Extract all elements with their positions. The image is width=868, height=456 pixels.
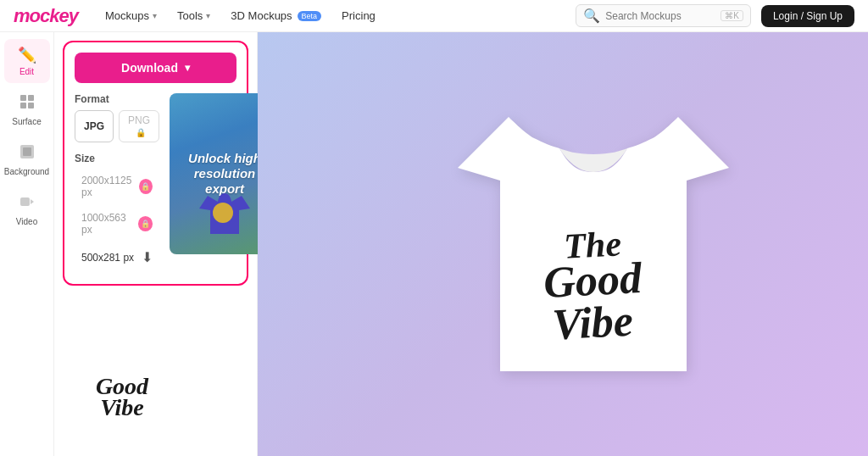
search-icon: 🔍 [583,8,600,24]
background-icon [19,143,36,164]
svg-rect-5 [23,147,31,156]
bottom-thumbnail: Good Vibe [63,354,181,439]
size-row-medium: 1000x563 px 🔒 [75,207,159,241]
lock-circle-medium: 🔒 [138,216,153,231]
svg-text:Vibe: Vibe [551,297,634,349]
nav-3d-mockups[interactable]: 3D Mockups Beta [231,9,321,22]
lock-icon: 🔒 [136,128,146,137]
tshirt-svg: The Good Vibe [415,66,771,422]
sidebar-item-surface[interactable]: Surface [4,86,50,133]
nav-right: 🔍 ⌘K Login / Sign Up [576,4,854,27]
login-button[interactable]: Login / Sign Up [761,5,854,27]
nav-mockups[interactable]: Mockups ▾ [105,9,157,22]
format-png-button[interactable]: PNG 🔒 [119,110,159,142]
download-small-icon[interactable]: ⬇ [142,249,153,265]
edit-icon: ✏️ [18,46,36,64]
size-row-small: 500x281 px ⬇ [75,244,159,270]
search-shortcut: ⌘K [721,10,743,21]
good-vibe-thumbnail-text: Good Vibe [96,375,148,418]
surface-icon [19,93,36,114]
download-card: Download ▾ Format JPG PNG 🔒 Size 2 [63,41,248,286]
nav-pricing[interactable]: Pricing [342,9,376,22]
tshirt-thumbnail [195,183,254,242]
search-input[interactable] [605,10,715,22]
svg-rect-1 [28,95,34,101]
sidebar-item-background[interactable]: Background [4,136,50,183]
canvas-area: The Good Vibe [258,32,868,456]
brand-logo[interactable]: mockey [14,5,78,27]
download-button[interactable]: Download ▾ [75,53,236,83]
chevron-down-icon: ▾ [153,11,157,20]
size-label: Size [75,153,159,164]
svg-rect-2 [20,103,26,108]
svg-rect-3 [28,103,34,108]
nav-tools[interactable]: Tools ▾ [177,9,210,22]
svg-rect-0 [20,95,26,101]
chevron-down-icon: ▾ [206,11,210,20]
size-row-large: 2000x1125 px 🔒 [75,170,159,203]
sidebar-item-edit[interactable]: ✏️ Edit [4,39,50,83]
search-box[interactable]: 🔍 ⌘K [576,4,751,27]
chevron-down-icon: ▾ [185,62,190,74]
navbar: mockey Mockups ▾ Tools ▾ 3D Mockups Beta… [0,0,868,32]
tshirt-container: The Good Vibe [415,66,771,422]
sidebar: ✏️ Edit Surface Background [0,32,54,456]
lock-circle-large: 🔒 [139,179,153,194]
format-jpg-button[interactable]: JPG [75,110,114,142]
svg-rect-6 [20,197,30,206]
sidebar-item-video[interactable]: Video [4,186,50,233]
svg-marker-7 [31,199,34,204]
left-panel: Download ▾ Format JPG PNG 🔒 Size 2 [54,32,258,456]
video-icon [19,193,36,214]
beta-badge: Beta [298,11,322,21]
svg-point-8 [213,203,233,223]
format-row: JPG PNG 🔒 [75,110,159,142]
main-layout: ✏️ Edit Surface Background [0,32,868,456]
format-label: Format [75,93,159,105]
